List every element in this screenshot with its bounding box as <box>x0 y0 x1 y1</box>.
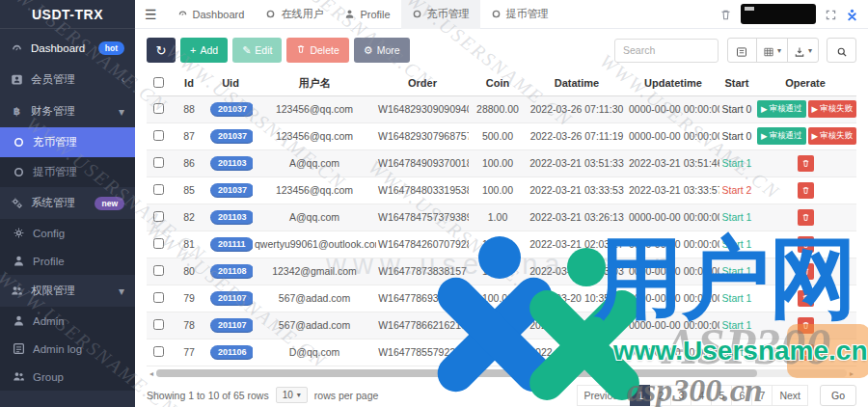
nav-tab-0[interactable]: Dashboard <box>167 0 256 29</box>
column-header[interactable]: Datatime <box>527 71 627 95</box>
uid-badge[interactable]: 201037 <box>210 129 253 144</box>
more-button[interactable]: ⚙More <box>354 38 410 63</box>
approve-button[interactable]: ▶审核通过 <box>757 100 806 118</box>
fail-button[interactable]: ▶审核失败 <box>808 127 856 145</box>
magnifier-icon <box>836 44 848 56</box>
nav-tab-4[interactable]: 提币管理 <box>480 0 559 29</box>
sidebar-item-7[interactable]: Profile <box>0 247 135 275</box>
add-button[interactable]: +Add <box>180 38 228 63</box>
column-header[interactable]: Id <box>170 71 208 95</box>
previous-page[interactable]: Previous <box>577 385 632 406</box>
sidebar-item-5[interactable]: 系统管理new <box>0 187 135 219</box>
fullscreen-icon[interactable] <box>825 8 837 20</box>
go-button[interactable]: Go <box>820 385 856 406</box>
select-all-checkbox[interactable] <box>153 77 164 88</box>
person-icon <box>13 255 25 267</box>
sidebar-item-2[interactable]: ฿财务管理▾ <box>0 95 135 127</box>
sidebar-item-1[interactable]: 会员管理‹ <box>0 64 135 95</box>
row-checkbox[interactable] <box>153 103 164 114</box>
username-cell: 123456@qq.com <box>253 95 376 122</box>
usersname-logo-icon[interactable] <box>846 8 858 20</box>
row-delete-button[interactable] <box>798 209 814 226</box>
uid-badge[interactable]: 201107 <box>210 291 253 306</box>
row-checkbox[interactable] <box>153 157 164 168</box>
gears-icon <box>11 197 23 209</box>
page-2[interactable]: 2 <box>650 385 671 406</box>
uid-badge[interactable]: 201037 <box>210 102 253 117</box>
page-size-dropdown[interactable]: 10▾ <box>276 387 308 403</box>
row-checkbox[interactable] <box>153 238 164 249</box>
page-7[interactable]: 7 <box>751 385 773 406</box>
column-header[interactable]: Updatetime <box>627 71 719 95</box>
scroll-left-arrow[interactable]: ◂ <box>147 369 156 378</box>
row-delete-button[interactable] <box>798 317 814 334</box>
row-delete-button[interactable] <box>798 155 814 172</box>
scrollbar-track[interactable] <box>156 369 847 377</box>
edit-button[interactable]: ✎Edit <box>232 38 282 63</box>
sidebar-item-6[interactable]: Config <box>0 219 135 247</box>
row-checkbox[interactable] <box>153 184 164 195</box>
scrollbar-thumb[interactable] <box>156 369 757 377</box>
sidebar-item-9[interactable]: Admin <box>0 307 135 335</box>
uid-badge[interactable]: 201103 <box>210 156 253 171</box>
uid-badge[interactable]: 201106 <box>210 345 253 360</box>
uid-badge[interactable]: 201037 <box>210 183 253 198</box>
sidebar-item-10[interactable]: Admin log <box>0 335 135 363</box>
table-view-buttons: ▾ ▾ <box>727 38 856 63</box>
trash-icon[interactable] <box>719 8 732 20</box>
next-page[interactable]: Next <box>772 385 808 406</box>
sidebar-item-3[interactable]: 充币管理 <box>0 127 135 157</box>
sidebar-item-8[interactable]: 权限管理▾ <box>0 275 135 307</box>
column-header[interactable]: Coin <box>469 71 527 95</box>
approve-button[interactable]: ▶审核通过 <box>757 127 806 145</box>
uid-badge[interactable]: 201111 <box>210 237 253 252</box>
column-header[interactable]: Uid <box>208 71 253 95</box>
hamburger-menu-icon[interactable]: ☰ <box>145 7 157 22</box>
row-delete-button[interactable] <box>798 263 814 280</box>
column-header[interactable]: Order <box>376 71 469 95</box>
nav-tab-2[interactable]: Profile <box>334 0 400 29</box>
row-checkbox[interactable] <box>153 346 164 357</box>
search-button[interactable] <box>827 38 856 63</box>
page-5[interactable]: 5 <box>711 385 732 406</box>
row-delete-button[interactable] <box>798 182 814 199</box>
column-header[interactable]: 用户名 <box>253 71 376 95</box>
uid-badge[interactable]: 201108 <box>210 264 253 279</box>
page-4[interactable]: 4 <box>691 385 712 406</box>
row-delete-button[interactable] <box>798 290 814 307</box>
uid-cell: 201111 <box>208 231 253 258</box>
column-header[interactable]: Start <box>719 71 754 95</box>
row-delete-button[interactable] <box>798 344 814 361</box>
page-1[interactable]: 1 <box>630 385 651 406</box>
export-button[interactable]: ▾ <box>787 38 819 63</box>
table-row: 81201111qwertyu99061@outlook.comW1647842… <box>147 231 856 258</box>
refresh-button[interactable]: ↻ <box>147 38 176 63</box>
start-cell: Start 1 <box>719 312 754 339</box>
search-input[interactable] <box>614 39 719 63</box>
nav-tab-3[interactable]: 充币管理 <box>401 0 480 29</box>
sidebar-item-4[interactable]: 提币管理 <box>0 157 135 187</box>
coin-icon: ฿ <box>11 105 23 118</box>
sidebar-item-11[interactable]: Group <box>0 363 135 391</box>
delete-button[interactable]: Delete <box>286 38 348 63</box>
page-6[interactable]: 6 <box>731 385 752 406</box>
row-checkbox[interactable] <box>153 130 164 141</box>
uid-badge[interactable]: 201107 <box>210 318 253 333</box>
fail-button[interactable]: ▶审核失败 <box>808 100 856 118</box>
page-3[interactable]: 3 <box>670 385 692 406</box>
sidebar-item-label: Config <box>33 228 65 239</box>
sidebar-item-0[interactable]: Dashboardhot <box>0 33 135 64</box>
columns-button[interactable]: ▾ <box>756 38 788 63</box>
uid-badge[interactable]: 201103 <box>210 210 253 225</box>
scroll-right-arrow[interactable]: ▸ <box>847 369 856 378</box>
row-checkbox[interactable] <box>153 211 164 222</box>
row-delete-button[interactable] <box>798 236 814 253</box>
row-checkbox[interactable] <box>153 292 164 303</box>
column-header[interactable]: Operate <box>754 71 856 95</box>
order-cell: W16477855792228 <box>376 339 469 366</box>
row-checkbox[interactable] <box>153 319 164 330</box>
card-view-button[interactable] <box>727 38 757 63</box>
main-area: ☰ Dashboard在线用户Profile充币管理提币管理 ↻ +Add ✎E… <box>135 0 868 407</box>
nav-tab-1[interactable]: 在线用户 <box>255 0 334 29</box>
row-checkbox[interactable] <box>153 265 164 276</box>
